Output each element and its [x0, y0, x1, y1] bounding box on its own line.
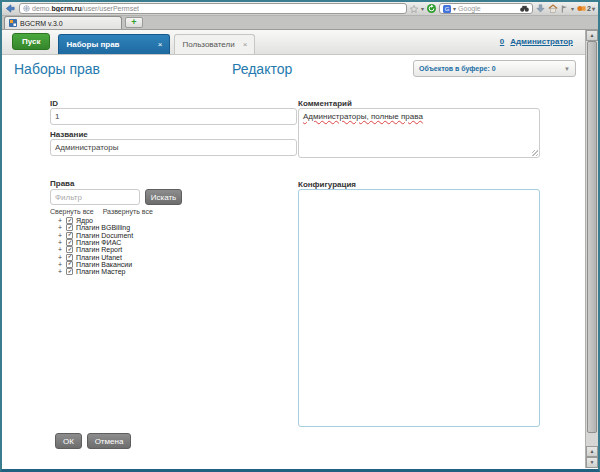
bookmark-chevron-icon[interactable]: ▾ — [421, 6, 424, 12]
cancel-button[interactable]: Отмена — [87, 433, 131, 449]
user-link[interactable]: Администратор — [510, 37, 573, 46]
check-icon: ✓ — [68, 239, 73, 246]
resize-handle-icon[interactable] — [532, 150, 538, 156]
session-chevron-icon[interactable]: ▾ — [592, 6, 595, 12]
tab-users[interactable]: Пользователи × — [174, 34, 255, 54]
binoculars-icon[interactable] — [520, 5, 529, 12]
collapse-all-link[interactable]: Свернуть все — [50, 208, 94, 215]
expand-all-link[interactable]: Развернуть все — [103, 208, 153, 215]
browser-nav-toolbar: demo.bgcrm.ru/user/userPermset ▾ G ▾ Goo… — [2, 2, 598, 16]
expand-node-icon[interactable]: + — [57, 254, 63, 261]
browser-tab-strip: BGCRM v.3.0 + — [2, 16, 598, 30]
browser-tab[interactable]: BGCRM v.3.0 — [4, 16, 122, 29]
reload-icon[interactable] — [427, 4, 436, 13]
download-icon[interactable] — [536, 4, 545, 13]
page-body: Наборы прав Редактор Объектов в буфере: … — [2, 55, 585, 468]
svg-text:G: G — [445, 6, 450, 12]
counter-link[interactable]: 0 — [500, 37, 504, 46]
search-engine-chevron-icon[interactable]: ▾ — [453, 6, 456, 12]
config-textarea[interactable] — [298, 189, 540, 427]
tree-item-label: Плагин Report — [76, 246, 122, 253]
scrollbar[interactable]: ▲ ▲ ▼ — [585, 30, 598, 468]
config-label: Конфигурация — [298, 180, 356, 189]
expand-node-icon[interactable]: + — [57, 217, 63, 224]
buffer-dropdown-label: Объектов в буфере: 0 — [419, 65, 496, 72]
browser-window: demo.bgcrm.ru/user/userPermset ▾ G ▾ Goo… — [0, 0, 600, 472]
check-icon: ✓ — [68, 224, 73, 231]
home-icon[interactable] — [548, 4, 558, 13]
tree-item-label: Плагин Ufanet — [76, 254, 122, 261]
tab-label: Наборы прав — [66, 40, 119, 49]
tree-controls: Свернуть все Развернуть все — [50, 208, 153, 215]
check-icon: ✓ — [68, 260, 73, 267]
id-field[interactable] — [50, 108, 297, 125]
flag-chevron-icon[interactable]: ▾ — [571, 6, 574, 12]
comment-label: Комментарий — [298, 99, 352, 108]
editor-title: Редактор — [232, 61, 292, 77]
tree-item-label: Плагин Document — [76, 232, 133, 239]
search-box[interactable]: G ▾ Google — [439, 3, 533, 14]
browser-tab-title: BGCRM v.3.0 — [20, 20, 63, 27]
tree-item-label: Плагин ФИАС — [76, 239, 121, 246]
expand-node-icon[interactable]: + — [57, 246, 63, 253]
scroll-up-icon[interactable]: ▲ — [586, 446, 598, 457]
filter-input[interactable] — [50, 189, 140, 205]
start-button[interactable]: Пуск — [12, 33, 50, 50]
chevron-down-icon: ▼ — [564, 66, 570, 72]
scroll-down-icon[interactable]: ▼ — [586, 457, 598, 468]
tab-label: Пользователи — [182, 40, 234, 49]
expand-node-icon[interactable]: + — [57, 232, 63, 239]
tab-permission-sets[interactable]: Наборы прав × — [58, 34, 170, 54]
comment-text: Администраторы, полные права — [303, 112, 423, 121]
expand-node-icon[interactable]: + — [57, 224, 63, 231]
name-field[interactable] — [50, 139, 297, 156]
scroll-up-icon[interactable]: ▲ — [586, 30, 598, 41]
close-tab-icon[interactable]: × — [243, 40, 248, 49]
url-text: demo.bgcrm.ru/user/userPermset — [32, 5, 139, 12]
name-label: Название — [50, 130, 88, 139]
back-icon[interactable] — [5, 3, 16, 14]
checkbox-checked[interactable]: ✓ — [66, 268, 73, 275]
check-icon: ✓ — [68, 253, 73, 260]
permissions-tree: + ✓ Ядро + ✓ Плагин BGBilling + ✓ Плагин… — [57, 217, 133, 275]
check-icon: ✓ — [68, 268, 73, 275]
scrollbar-thumb[interactable] — [587, 41, 597, 433]
tree-item-label: Ядро — [76, 217, 93, 224]
expand-node-icon[interactable]: + — [57, 261, 63, 268]
session-count: 2 — [587, 5, 591, 12]
new-tab-button[interactable]: + — [125, 17, 143, 28]
search-placeholder: Google — [458, 5, 518, 12]
flag-icon[interactable] — [561, 5, 568, 13]
comment-textarea[interactable]: Администраторы, полные права — [298, 108, 540, 158]
url-bar[interactable]: demo.bgcrm.ru/user/userPermset — [19, 3, 407, 14]
search-button[interactable]: Искать — [145, 189, 182, 205]
bookmark-star-icon[interactable] — [410, 5, 418, 13]
tree-item-label: Плагин Вакансии — [76, 261, 132, 268]
expand-node-icon[interactable]: + — [57, 239, 63, 246]
check-icon: ✓ — [68, 217, 73, 224]
buffer-dropdown[interactable]: Объектов в буфере: 0 ▼ — [413, 60, 576, 77]
session-manager-icon[interactable]: 2 ▾ — [577, 4, 595, 13]
favicon — [9, 19, 17, 28]
globe-icon — [23, 5, 30, 12]
page-title: Наборы прав — [14, 61, 100, 77]
search-engine-icon[interactable]: G — [443, 5, 451, 13]
check-icon: ✓ — [68, 231, 73, 238]
close-tab-icon[interactable]: × — [158, 40, 163, 49]
app-tab-bar: Пуск Наборы прав × Пользователи × 0 Адми… — [2, 30, 585, 55]
tree-item-label: Плагин Мастер — [76, 268, 126, 275]
id-label: ID — [50, 99, 58, 108]
ok-button[interactable]: ОК — [55, 433, 82, 449]
user-area: 0 Администратор — [500, 37, 573, 46]
permissions-label: Права — [50, 179, 74, 188]
expand-node-icon[interactable]: + — [57, 268, 63, 275]
tree-item-label: Плагин BGBilling — [76, 224, 130, 231]
tree-item[interactable]: + ✓ Плагин Мастер — [57, 268, 133, 275]
check-icon: ✓ — [68, 246, 73, 253]
